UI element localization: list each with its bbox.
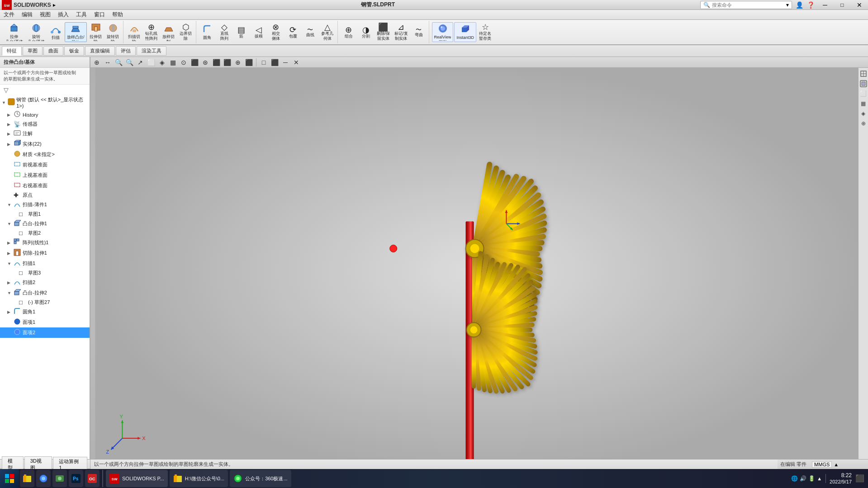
toolbar-sweep-cut[interactable]: 扫描切除 bbox=[126, 22, 142, 42]
taskbar-browser[interactable] bbox=[36, 470, 51, 487]
menu-file[interactable]: 文件 bbox=[0, 10, 18, 19]
tree-material[interactable]: ▶ 材质 <未指定> bbox=[0, 149, 90, 160]
section-view-icon[interactable]: ⬜ bbox=[147, 58, 156, 67]
tree-face1[interactable]: ▶ 面项1 bbox=[0, 317, 90, 327]
toolbar-ref-geo[interactable]: △ 参考几何体 bbox=[319, 22, 336, 42]
scene-icon[interactable]: ⬛ bbox=[190, 58, 199, 67]
tree-bodies[interactable]: ▶ 实体(22) bbox=[0, 139, 90, 149]
tab-evaluate[interactable]: 评估 bbox=[116, 46, 136, 56]
tree-sketch27[interactable]: ▶ □ (-) 草图27 bbox=[0, 298, 90, 307]
menu-help[interactable]: 帮助 bbox=[109, 10, 127, 19]
tree-fillet1[interactable]: ▶ 圆角1 bbox=[0, 307, 90, 317]
toolbar-split[interactable]: ◑ 分割 bbox=[358, 22, 374, 42]
toolbar-realview[interactable]: RealView图形 bbox=[432, 22, 454, 42]
right-icon-6[interactable]: ⊕ bbox=[859, 119, 868, 128]
toolbar-revolve-boss[interactable]: 旋转凸台/基体 bbox=[26, 22, 47, 42]
tree-origin[interactable]: ▶ ✚ 原点 bbox=[0, 191, 90, 199]
tray-arrow[interactable]: ▲ bbox=[817, 476, 822, 481]
toolbar-loft-boss[interactable]: 放样凸台/基体 bbox=[65, 22, 87, 42]
menu-view[interactable]: 视图 bbox=[36, 10, 54, 19]
taskbar-solidworks[interactable]: SW SOLIDWORKS P... bbox=[106, 470, 168, 487]
more-icon[interactable]: ⬛ bbox=[212, 58, 221, 67]
tree-sketch3[interactable]: ▶ □ 草图3 bbox=[0, 269, 90, 277]
menu-insert[interactable]: 插入 bbox=[54, 10, 72, 19]
taskbar-explorer[interactable] bbox=[20, 470, 34, 487]
tree-root[interactable]: ▼ 钢管 (默认 << 默认>_显示状态 1>) bbox=[0, 95, 90, 109]
menu-tools[interactable]: 工具 bbox=[72, 10, 90, 19]
tray-network-icon[interactable]: 🌐 bbox=[791, 475, 798, 482]
tree-sweep1[interactable]: ▼ 扫描1 bbox=[0, 258, 90, 269]
tree-sweep-thin[interactable]: ▼ 扫描-薄件1 bbox=[0, 199, 90, 210]
user-icon[interactable]: 👤 bbox=[796, 1, 803, 9]
right-icon-3[interactable]: ⬜ bbox=[859, 90, 868, 98]
toolbar-curves[interactable]: 〜 曲线 bbox=[302, 22, 318, 42]
tree-right-plane[interactable]: ▶ 右视基准面 bbox=[0, 180, 90, 191]
help-icon[interactable]: ❓ bbox=[807, 1, 815, 9]
toolbar-loft-cut[interactable]: 放样切制 bbox=[161, 22, 177, 42]
toolbar-fillet[interactable]: 圆角 bbox=[199, 22, 215, 42]
taskbar-oc[interactable]: OC bbox=[85, 470, 100, 487]
toolbar-extrude-boss[interactable]: 拉伸凸台/基体 bbox=[4, 22, 25, 42]
view-sketch-icon[interactable]: ◈ bbox=[157, 58, 166, 67]
toolbar-sweep-boss[interactable]: 扫描 bbox=[47, 22, 64, 42]
toolbar-pending-name[interactable]: ☆ 待定名暂存类 bbox=[477, 22, 493, 42]
shadow-icon[interactable]: ⬛ bbox=[244, 58, 253, 67]
display-hide-icon[interactable]: ▦ bbox=[168, 58, 177, 67]
toolbar-drill[interactable]: ⊕ 钻孔线性阵列 bbox=[143, 22, 160, 42]
tree-pattern1[interactable]: ▶ 阵列(线性)1 bbox=[0, 237, 90, 248]
resize-handle[interactable] bbox=[90, 0, 91, 488]
orient-icon[interactable]: ⊕ bbox=[92, 58, 101, 67]
tree-sensors[interactable]: ▶ 📡 传感器 bbox=[0, 120, 90, 128]
tree-annotations[interactable]: ▶ 注解 bbox=[0, 128, 90, 139]
tab-features[interactable]: 特征 bbox=[2, 46, 22, 56]
tab-sketch[interactable]: 草图 bbox=[23, 46, 43, 56]
zoom-fit-icon[interactable]: 🔍 bbox=[114, 58, 123, 67]
view-mode-icon[interactable]: ⬛ bbox=[223, 58, 232, 67]
right-icon-4[interactable]: ▦ bbox=[859, 99, 868, 108]
tree-cut-extrude1[interactable]: ▶ 切除-拉伸1 bbox=[0, 248, 90, 258]
toolbar-revolve-cut[interactable]: 旋转切除 bbox=[105, 22, 121, 42]
toolbar-draft[interactable]: ◁ 拔模 bbox=[251, 22, 267, 42]
tray-datetime[interactable]: 8:22 2022/9/17 bbox=[830, 472, 852, 485]
toolbar-mark-copy[interactable]: ⊿ 标记/复制实体 bbox=[393, 22, 410, 42]
right-icon-1[interactable] bbox=[859, 70, 868, 78]
tree-sketch1[interactable]: ▶ □ 草图1 bbox=[0, 210, 90, 218]
minimize-panel-icon[interactable]: ─ bbox=[281, 58, 290, 67]
toolbar-intersect[interactable]: ⊗ 相交侧体 bbox=[268, 22, 284, 42]
right-icon-5[interactable]: ◈ bbox=[859, 109, 868, 118]
search-dropdown-icon[interactable]: ▾ bbox=[786, 2, 789, 8]
nav-arrow[interactable]: ▸ bbox=[53, 2, 56, 8]
toolbar-rib[interactable]: ▤ 筋 bbox=[233, 22, 250, 42]
tree-sweep2[interactable]: ▶ 扫描2 bbox=[0, 277, 90, 288]
toolbar-combine[interactable]: ⊕ 组合 bbox=[341, 22, 357, 42]
tree-boss-extrude1[interactable]: ▼ 凸台-拉伸1 bbox=[0, 218, 90, 229]
tab-sheetmetal[interactable]: 钣金 bbox=[64, 46, 84, 56]
taskbar-folder[interactable]: H:\微信公众号\0... bbox=[170, 470, 228, 487]
toolbar-boundary-cut[interactable]: ⬡ 边界切除 bbox=[178, 22, 194, 42]
zoom-prev-icon[interactable]: ↗ bbox=[136, 58, 145, 67]
tray-sound-icon[interactable]: 🔊 bbox=[800, 475, 806, 482]
up-arrow[interactable]: ▲ bbox=[834, 462, 839, 467]
taskbar-web360[interactable]: 公众号：360极速... bbox=[230, 470, 291, 487]
close-panel-icon[interactable]: ✕ bbox=[292, 58, 301, 67]
view-lights-icon[interactable]: ⊕ bbox=[233, 58, 242, 67]
restore-panel-icon[interactable]: □ bbox=[259, 58, 268, 67]
menu-edit[interactable]: 编辑 bbox=[18, 10, 36, 19]
tab-render[interactable]: 渲染工具 bbox=[137, 46, 166, 56]
toolbar-delete-body[interactable]: ⬛ 删除/保留实体 bbox=[375, 22, 392, 42]
toolbar-instant3d[interactable]: Instant3D bbox=[454, 22, 476, 42]
toolbar-wrap[interactable]: ⟳ 包覆 bbox=[285, 22, 301, 42]
search-box[interactable]: 🔍 ▾ bbox=[700, 1, 792, 9]
search-input[interactable] bbox=[712, 2, 784, 8]
view-orient-icon[interactable]: ↔ bbox=[103, 58, 112, 67]
show-desktop-button[interactable]: ⬛ bbox=[855, 474, 864, 483]
restore-button[interactable]: □ bbox=[835, 0, 849, 9]
taskbar-photos[interactable] bbox=[52, 470, 67, 487]
tree-top-plane[interactable]: ▶ 上视基准面 bbox=[0, 170, 90, 180]
zoom-box-icon[interactable]: 🔍 bbox=[125, 58, 134, 67]
toolbar-flex[interactable]: 〜 弯曲 bbox=[411, 22, 427, 42]
tree-sketch2[interactable]: ▶ □ 草图2 bbox=[0, 229, 90, 237]
tree-boss-extrude2[interactable]: ▼ 凸台-拉伸2 bbox=[0, 288, 90, 298]
menu-window[interactable]: 窗口 bbox=[90, 10, 109, 19]
tab-surface[interactable]: 曲面 bbox=[43, 46, 63, 56]
